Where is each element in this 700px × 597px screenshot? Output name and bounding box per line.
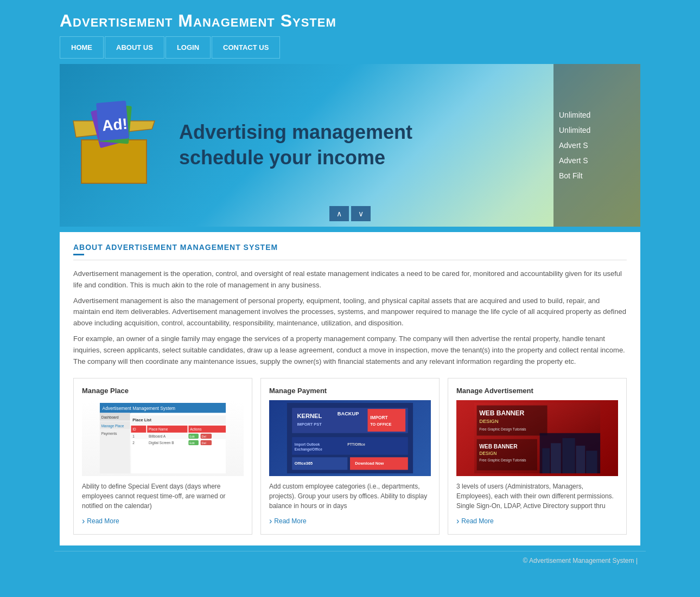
- svg-text:WEB BANNER: WEB BANNER: [479, 444, 518, 450]
- banner-right-text: Unlimited Unlimited Advert S Advert S Bo…: [553, 64, 640, 227]
- navigation: HOME ABOUT US LOGIN CONTACT US: [54, 36, 646, 59]
- nav-item-home[interactable]: HOME: [60, 36, 104, 59]
- banner-line2: schedule your income: [179, 146, 385, 169]
- svg-text:Exchange/Office: Exchange/Office: [295, 448, 322, 452]
- svg-text:DESIGN: DESIGN: [479, 419, 499, 425]
- footer: © Advertisement Management System |: [54, 551, 646, 570]
- banner-right-line2: Unlimited: [559, 123, 635, 138]
- card-manage-place: Manage Place Advertisement Management Sy…: [73, 378, 252, 535]
- card-manage-place-read-more[interactable]: Read More: [82, 516, 244, 526]
- svg-text:WEB BANNER: WEB BANNER: [479, 410, 524, 418]
- svg-text:2: 2: [132, 441, 135, 445]
- about-para-2: Advertisement management is also the man…: [73, 296, 627, 329]
- svg-text:Import Outlook: Import Outlook: [295, 442, 320, 447]
- banner-right-line1: Unlimited: [559, 107, 635, 123]
- card-manage-payment-desc: Add custom employee categories (i.e., de…: [269, 482, 431, 511]
- svg-text:Advertisement Management Syste: Advertisement Management System: [103, 406, 176, 411]
- svg-text:BACKUP: BACKUP: [338, 412, 359, 417]
- svg-text:Edit: Edit: [189, 442, 195, 445]
- svg-text:1: 1: [132, 434, 135, 438]
- svg-text:Ad!: Ad!: [101, 115, 128, 134]
- card-manage-advertisement-image: WEB BANNER DESIGN Free Graphic Design Tu…: [456, 400, 618, 476]
- nav-link-login[interactable]: LOGIN: [166, 36, 211, 59]
- card-manage-payment-read-more[interactable]: Read More: [269, 516, 431, 526]
- card-manage-place-desc: Ability to define Special Event days (da…: [82, 482, 244, 511]
- svg-text:ID: ID: [132, 427, 136, 431]
- banner-icon: Ad!: [71, 91, 168, 200]
- svg-rect-61: [542, 448, 550, 473]
- svg-text:Free Graphic Design Tutorials: Free Graphic Design Tutorials: [479, 427, 526, 432]
- svg-text:IMPORT: IMPORT: [370, 415, 387, 420]
- banner: Ad! Advertising management schedule your…: [60, 64, 640, 227]
- card-manage-advertisement: Manage Advertisement WEB B: [448, 378, 627, 535]
- svg-text:Free Graphic Design Tutorials: Free Graphic Design Tutorials: [479, 458, 526, 463]
- svg-text:Edit: Edit: [189, 435, 195, 438]
- about-section: ABOUT ADVERTISEMENT MANAGEMENT SYSTEM Ad…: [73, 243, 627, 367]
- banner-right-line4: Advert S: [559, 153, 635, 168]
- card-manage-advertisement-title: Manage Advertisement: [456, 387, 618, 395]
- footer-separator: |: [636, 557, 638, 564]
- about-para-1: Advertisement management is the operatio…: [73, 268, 627, 291]
- svg-text:Download Now: Download Now: [355, 461, 384, 466]
- card-manage-advertisement-desc: 3 levels of users (Administrators, Manag…: [456, 482, 618, 511]
- svg-rect-62: [551, 444, 561, 474]
- card-manage-payment-title: Manage Payment: [269, 387, 431, 395]
- nav-item-about[interactable]: ABOUT US: [105, 36, 164, 59]
- svg-text:KERNEL: KERNEL: [297, 413, 322, 419]
- card-manage-payment-image: KERNEL IMPORT PST BACKUP IMPORT TO OFFIC…: [269, 400, 431, 476]
- svg-text:Office365: Office365: [295, 461, 313, 466]
- about-para-3: For example, an owner of a single family…: [73, 333, 627, 367]
- svg-text:Digital Screen B: Digital Screen B: [149, 441, 174, 446]
- banner-right-line5: Bot Filt: [559, 168, 635, 183]
- svg-rect-44: [368, 409, 406, 432]
- card-manage-payment: Manage Payment KERNEL IMPORT PST BACKUP …: [260, 378, 440, 535]
- svg-text:TO OFFICE: TO OFFICE: [370, 422, 391, 427]
- svg-text:IMPORT PST: IMPORT PST: [297, 422, 322, 427]
- banner-main-text: Advertising management schedule your inc…: [168, 109, 553, 182]
- site-title: Advertisement Management System: [60, 11, 640, 31]
- footer-copyright: © Advertisement Management System: [523, 557, 634, 564]
- svg-text:Place Name: Place Name: [149, 427, 168, 431]
- svg-rect-63: [562, 438, 575, 473]
- svg-text:Place List: Place List: [132, 418, 151, 423]
- about-title: ABOUT ADVERTISEMENT MANAGEMENT SYSTEM: [73, 243, 627, 260]
- svg-rect-0: [81, 140, 147, 183]
- svg-text:Manage Place: Manage Place: [101, 424, 124, 428]
- nav-item-contact[interactable]: CONTACT US: [212, 36, 280, 59]
- banner-line1: Advertising management: [179, 121, 412, 143]
- svg-text:PTT/Office: PTT/Office: [347, 442, 365, 446]
- carousel-controls: ∧ ∨: [329, 206, 371, 221]
- svg-rect-65: [586, 451, 597, 474]
- nav-link-contact[interactable]: CONTACT US: [212, 36, 280, 59]
- cards-row: Manage Place Advertisement Management Sy…: [73, 378, 627, 535]
- svg-text:Del: Del: [202, 442, 206, 445]
- nav-link-about[interactable]: ABOUT US: [105, 36, 164, 59]
- svg-text:Billboard A: Billboard A: [149, 434, 166, 438]
- nav-item-login[interactable]: LOGIN: [166, 36, 211, 59]
- banner-right-line3: Advert S: [559, 138, 635, 153]
- carousel-prev-button[interactable]: ∧: [329, 206, 349, 221]
- svg-text:Actions: Actions: [190, 427, 202, 431]
- card-manage-advertisement-read-more[interactable]: Read More: [456, 516, 618, 526]
- svg-text:Del: Del: [202, 435, 206, 438]
- svg-text:Dashboard: Dashboard: [101, 415, 119, 419]
- card-manage-place-image: Advertisement Management System Dashboar…: [82, 400, 244, 476]
- main-content: ABOUT ADVERTISEMENT MANAGEMENT SYSTEM Ad…: [60, 232, 640, 545]
- nav-link-home[interactable]: HOME: [60, 36, 104, 59]
- svg-text:Payments: Payments: [101, 432, 118, 436]
- carousel-next-button[interactable]: ∨: [351, 206, 371, 221]
- svg-text:DESIGN: DESIGN: [479, 451, 497, 456]
- card-manage-place-title: Manage Place: [82, 387, 244, 395]
- svg-rect-64: [576, 446, 586, 473]
